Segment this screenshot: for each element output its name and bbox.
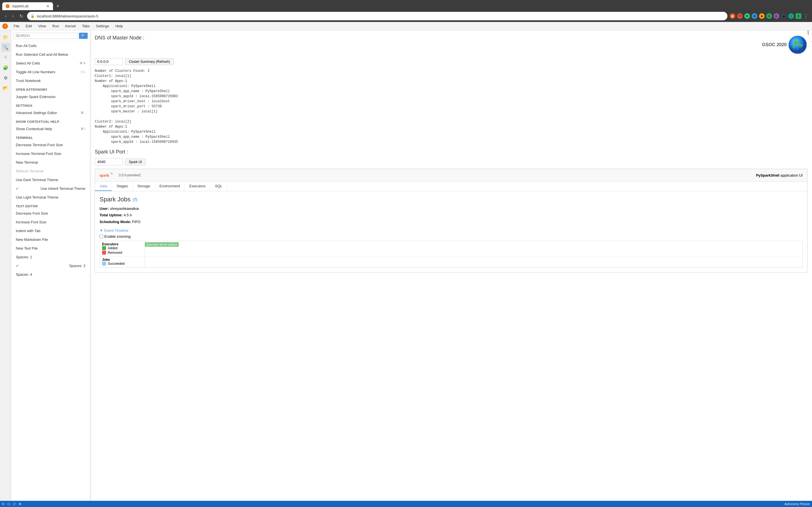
- app-logo: J: [2, 23, 8, 29]
- menu-edit[interactable]: Edit: [23, 23, 35, 29]
- browser-extension-icon-3[interactable]: ▼: [744, 13, 750, 19]
- spark-tab-jobs[interactable]: Jobs: [95, 182, 112, 191]
- svg-marker-9: [111, 173, 112, 174]
- menu-help[interactable]: Help: [112, 23, 126, 29]
- browser-extension-icon-2[interactable]: 🛡: [737, 13, 743, 19]
- browser-profile-icon[interactable]: S: [796, 13, 801, 19]
- spark-tab-stages[interactable]: Stages: [112, 182, 133, 191]
- menu-option-jupyter-spark[interactable]: Jupyter Spark Extension: [11, 93, 90, 101]
- added-dot: [102, 246, 106, 250]
- cluster-code-block: Number of Clusters Found: 2 Cluster1: lo…: [95, 68, 808, 145]
- spark-tab-environment[interactable]: Environment: [155, 182, 185, 191]
- statusbar-left: 0 ⬡ 2 ⚙: [2, 502, 21, 506]
- jobs-timeline-chart: [145, 257, 802, 267]
- menu-option-trust-notebook[interactable]: Trust Notebook: [11, 76, 90, 85]
- browser-extension-icon-1[interactable]: ⭐: [730, 13, 735, 19]
- spark-tab-executors[interactable]: Executors: [185, 182, 210, 191]
- menu-option-new-text-file[interactable]: New Text File: [11, 244, 90, 252]
- browser-tab[interactable]: J JupyterLab ✕: [2, 2, 53, 10]
- spark-logo-area: spark 3.0.0-preview2: [100, 171, 141, 179]
- menu-option-show-contextual-help[interactable]: Show Contextual Help ⌘ I: [11, 124, 90, 133]
- sidebar-search-icon[interactable]: 🔍: [1, 43, 10, 52]
- browser-extension-icon-8[interactable]: ◈: [781, 13, 786, 19]
- menu-view[interactable]: View: [35, 23, 49, 29]
- sidebar-files-icon[interactable]: 📁: [1, 33, 10, 42]
- menu-option-increase-terminal-font[interactable]: Increase Terminal Font Size: [11, 149, 90, 158]
- spark-ui-button[interactable]: Spark UI: [125, 159, 146, 165]
- spark-port-row: Spark UI: [95, 158, 808, 165]
- spark-help-link[interactable]: (?): [132, 196, 138, 202]
- menu-kernel[interactable]: Kernel: [62, 23, 79, 29]
- browser-extension-icon-6[interactable]: G: [766, 13, 772, 19]
- spark-app-name: PySparkShell: [756, 173, 779, 177]
- spark-scheduling-row: Scheduling Mode: FIFO: [100, 219, 803, 225]
- tab-close-button[interactable]: ✕: [46, 4, 50, 8]
- browser-extension-icon-7[interactable]: E: [774, 13, 779, 19]
- browser-extension-icon-5[interactable]: ★: [759, 13, 765, 19]
- url-input[interactable]: [37, 14, 724, 18]
- menu-option-run-all-cells[interactable]: Run All Cells: [11, 41, 90, 50]
- menu-option-increase-font-size[interactable]: Increase Font Size: [11, 218, 90, 226]
- menu-option-inherit-terminal-theme[interactable]: ✓ Use Inherit Terminal Theme: [11, 184, 90, 193]
- menu-option-new-markdown-file[interactable]: New Markdown File: [11, 235, 90, 244]
- menu-option-toggle-line-numbers[interactable]: Toggle All Line Numbers ⇧ L: [11, 68, 90, 76]
- gsoc-text: GSOC 2020: [762, 42, 786, 47]
- menu-option-spaces-4[interactable]: Spaces: 4: [11, 270, 90, 279]
- spark-tabs: Jobs Stages Storage Environment Executor…: [95, 182, 807, 191]
- search-input-wrap[interactable]: [13, 33, 78, 39]
- menu-option-dark-terminal-theme[interactable]: Use Dark Terminal Theme: [11, 175, 90, 184]
- search-button[interactable]: 🔍: [79, 33, 88, 39]
- menu-option-spaces-2[interactable]: ✓ Spaces: 2: [11, 262, 90, 270]
- spark-jobs-heading: Spark Jobs (?): [100, 196, 803, 203]
- menu-option-select-all-cells[interactable]: Select All Cells ⌘ A: [11, 59, 90, 68]
- search-input[interactable]: [15, 34, 76, 38]
- enable-zoom-checkbox[interactable]: [100, 235, 103, 238]
- search-row: 🔍: [11, 31, 90, 41]
- menu-run[interactable]: Run: [49, 23, 62, 29]
- spark-meta: User: shreyashkawalkar Total Uptime: 4.5…: [100, 205, 803, 225]
- cluster-summary-button[interactable]: Cluster Summary (Refresh): [125, 58, 174, 65]
- reload-button[interactable]: ↻: [18, 13, 25, 19]
- sidebar-folder-icon[interactable]: 📂: [1, 83, 10, 93]
- sidebar-extensions-icon[interactable]: 🧩: [1, 63, 10, 72]
- back-button[interactable]: ‹: [3, 13, 8, 19]
- spark-port-input[interactable]: [95, 158, 123, 165]
- statusbar: 0 ⬡ 2 ⚙ Astronomy Picture: [0, 501, 812, 507]
- menu-option-decrease-font-size[interactable]: Decrease Font Size: [11, 209, 90, 218]
- menu-option-new-terminal[interactable]: New Terminal: [11, 158, 90, 167]
- new-tab-button[interactable]: +: [54, 2, 62, 10]
- address-bar[interactable]: 🔒: [27, 12, 727, 20]
- spark-tab-sql[interactable]: SQL: [210, 182, 227, 191]
- menu-option-refresh-terminal: Refresh Terminal: [11, 167, 90, 175]
- menu-tabs[interactable]: Tabs: [79, 23, 93, 29]
- browser-toolbar-icons: ⭐ 🛡 ▼ ⚙ ★ G E ◈ ↑ S ⋮: [730, 13, 809, 19]
- sidebar-icon-panel: 📁 🔍 ⑂ 🧩 ⚙ 📂: [0, 31, 11, 501]
- menu-option-indent-with-tab[interactable]: Indent with Tab: [11, 226, 90, 235]
- browser-extension-icon-4[interactable]: ⚙: [752, 13, 757, 19]
- removed-dot: [102, 251, 106, 255]
- spark-tab-storage[interactable]: Storage: [133, 182, 155, 191]
- menu-option-decrease-terminal-font[interactable]: Decrease Terminal Font Size: [11, 140, 90, 149]
- menu-option-advanced-settings[interactable]: Advanced Settings Editor ⌘ ,: [11, 108, 90, 117]
- browser-chrome: J JupyterLab ✕ + ‹ › ↻ 🔒 ⭐ 🛡 ▼ ⚙ ★ G E ◈…: [0, 0, 812, 22]
- spark-svg-logo: spark: [100, 171, 116, 179]
- browser-extension-icon-9[interactable]: ↑: [788, 13, 794, 19]
- menu-settings[interactable]: Settings: [93, 23, 112, 29]
- event-timeline-toggle[interactable]: ▼ Event Timeline: [100, 228, 803, 233]
- menu-option-spaces-1[interactable]: Spaces: 1: [11, 252, 90, 262]
- dns-input[interactable]: [95, 58, 123, 65]
- timeline-jobs-label: Jobs Succeeded: [100, 257, 145, 267]
- forward-button[interactable]: ›: [10, 13, 15, 19]
- browser-menu-icon[interactable]: ⋮: [803, 13, 809, 19]
- statusbar-settings-icon[interactable]: ⚙: [18, 502, 21, 506]
- tab-favicon: J: [6, 4, 10, 8]
- menu-file[interactable]: File: [11, 23, 22, 29]
- menu-option-light-terminal-theme[interactable]: Use Light Terminal Theme: [11, 193, 90, 202]
- sidebar-git-icon[interactable]: ⑂: [1, 53, 10, 62]
- menu-option-run-selected[interactable]: Run Selected Cell and All Below: [11, 50, 90, 59]
- svg-text:spark: spark: [100, 173, 109, 177]
- statusbar-kernel-icon: ⬡: [7, 502, 10, 506]
- sidebar-settings-icon[interactable]: ⚙: [1, 73, 10, 82]
- main-area: 📁 🔍 ⑂ 🧩 ⚙ 📂 🔍 Run All Cells Run Selected…: [0, 31, 812, 501]
- address-bar-row: ‹ › ↻ 🔒 ⭐ 🛡 ▼ ⚙ ★ G E ◈ ↑ S ⋮: [0, 10, 812, 22]
